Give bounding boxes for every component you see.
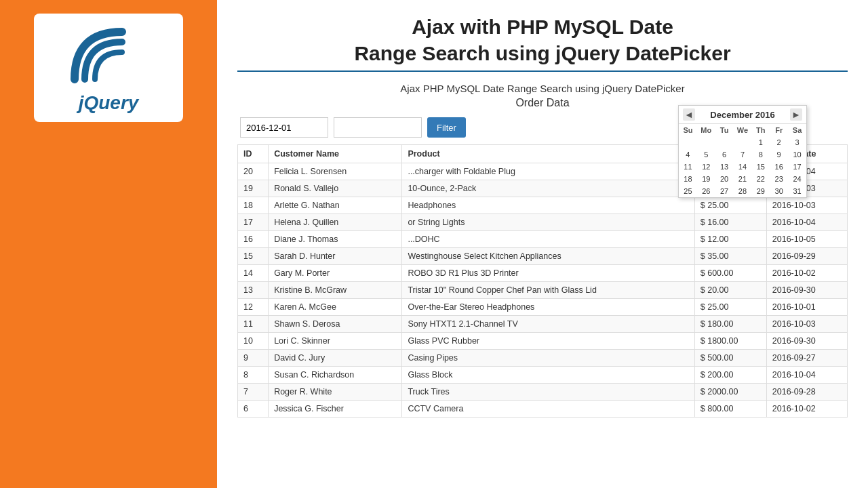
cell-value: $ 2000.00 xyxy=(694,384,766,401)
dp-day-cell[interactable]: 22 xyxy=(751,173,770,185)
cell-name: Sarah D. Hunter xyxy=(269,248,402,265)
dp-day-cell[interactable]: 23 xyxy=(770,173,788,185)
cell-product: Headphones xyxy=(402,197,694,214)
dp-day-cell[interactable]: 17 xyxy=(788,161,806,173)
dp-day-cell[interactable]: 11 xyxy=(679,161,697,173)
cell-date: 2016-10-03 xyxy=(766,197,847,214)
dp-day-cell[interactable]: 25 xyxy=(679,185,697,197)
dp-day-cell[interactable]: 9 xyxy=(770,148,788,161)
cell-name: Lori C. Skinner xyxy=(269,333,402,350)
cell-date: 2016-10-01 xyxy=(766,299,847,316)
cell-date: 2016-09-30 xyxy=(766,333,847,350)
dp-day-cell[interactable]: 26 xyxy=(697,185,715,197)
start-date-input[interactable] xyxy=(240,117,328,138)
cell-product: Tristar 10" Round Copper Chef Pan with G… xyxy=(402,282,694,299)
cell-name: Felicia L. Sorensen xyxy=(269,163,402,180)
dp-day-cell[interactable]: 5 xyxy=(697,148,715,161)
dp-day-cell[interactable]: 13 xyxy=(715,161,734,173)
dp-next-button[interactable]: ► xyxy=(790,108,802,121)
col-customer-name: Customer Name xyxy=(269,145,402,163)
dp-week-row: 123 xyxy=(679,136,806,148)
cell-name: Diane J. Thomas xyxy=(269,231,402,248)
cell-date: 2016-10-03 xyxy=(766,316,847,333)
table-row: 12Karen A. McGeeOver-the-Ear Stereo Head… xyxy=(238,299,848,316)
cell-date: 2016-09-27 xyxy=(766,350,847,367)
dp-day-su: Su xyxy=(679,124,697,136)
dp-day-cell[interactable]: 19 xyxy=(697,173,715,185)
dp-day-cell[interactable]: 30 xyxy=(770,185,788,197)
cell-id: 15 xyxy=(238,248,269,265)
dp-day-cell[interactable]: 21 xyxy=(734,173,752,185)
dp-day-cell[interactable]: 4 xyxy=(679,148,697,161)
filter-button[interactable]: Filter xyxy=(427,117,466,138)
dp-week-row: 25262728293031 xyxy=(679,185,806,197)
table-row: 11Shawn S. DerosaSony HTXT1 2.1-Channel … xyxy=(238,316,848,333)
cell-value: $ 800.00 xyxy=(694,401,766,418)
cell-name: Kristine B. McGraw xyxy=(269,282,402,299)
cell-name: Ronald S. Vallejo xyxy=(269,180,402,197)
cell-value: $ 35.00 xyxy=(694,248,766,265)
dp-day-cell[interactable]: 27 xyxy=(715,185,734,197)
cell-id: 6 xyxy=(238,401,269,418)
dp-day-cell[interactable]: 16 xyxy=(770,161,788,173)
dp-day-cell[interactable]: 14 xyxy=(734,161,752,173)
dp-week-row: 18192021222324 xyxy=(679,173,806,185)
cell-date: 2016-10-02 xyxy=(766,265,847,282)
sub-title: Ajax PHP MySQL Date Range Search using j… xyxy=(237,83,848,94)
dp-day-cell[interactable]: 20 xyxy=(715,173,734,185)
cell-value: $ 12.00 xyxy=(694,231,766,248)
table-row: 9David C. JuryCasing Pipes$ 500.002016-0… xyxy=(238,350,848,367)
cell-value: $ 600.00 xyxy=(694,265,766,282)
cell-product: CCTV Camera xyxy=(402,401,694,418)
cell-id: 19 xyxy=(238,180,269,197)
cell-id: 11 xyxy=(238,316,269,333)
dp-day-tu: Tu xyxy=(715,124,734,136)
cell-name: Gary M. Porter xyxy=(269,265,402,282)
dp-day-cell[interactable]: 18 xyxy=(679,173,697,185)
dp-day-cell[interactable]: 28 xyxy=(734,185,752,197)
dp-day-fr: Fr xyxy=(770,124,788,136)
dp-day-cell xyxy=(734,136,752,148)
cell-date: 2016-09-30 xyxy=(766,282,847,299)
dp-day-cell[interactable]: 10 xyxy=(788,148,806,161)
dp-day-cell[interactable]: 15 xyxy=(751,161,770,173)
end-date-input[interactable] xyxy=(334,117,422,138)
dp-day-cell[interactable]: 12 xyxy=(697,161,715,173)
dp-day-mo: Mo xyxy=(697,124,715,136)
dp-day-header-row: Su Mo Tu We Th Fr Sa xyxy=(679,124,806,136)
dp-day-cell[interactable]: 6 xyxy=(715,148,734,161)
jquery-logo-arcs xyxy=(68,22,149,89)
dp-day-cell[interactable]: 3 xyxy=(788,136,806,148)
cell-product: Sony HTXT1 2.1-Channel TV xyxy=(402,316,694,333)
cell-id: 20 xyxy=(238,163,269,180)
dp-day-cell[interactable]: 7 xyxy=(734,148,752,161)
dp-week-row: 11121314151617 xyxy=(679,161,806,173)
cell-id: 9 xyxy=(238,350,269,367)
cell-product: Glass PVC Rubber xyxy=(402,333,694,350)
cell-product: or String Lights xyxy=(402,214,694,231)
dp-week-row: 45678910 xyxy=(679,148,806,161)
dp-prev-button[interactable]: ◄ xyxy=(683,108,695,121)
cell-name: Arlette G. Nathan xyxy=(269,197,402,214)
cell-id: 7 xyxy=(238,384,269,401)
table-row: 7Roger R. WhiteTruck Tires$ 2000.002016-… xyxy=(238,384,848,401)
logo-box: jQuery xyxy=(34,14,183,122)
dp-day-cell[interactable]: 24 xyxy=(788,173,806,185)
cell-name: Jessica G. Fischer xyxy=(269,401,402,418)
dp-day-cell[interactable]: 8 xyxy=(751,148,770,161)
dp-day-we: We xyxy=(734,124,752,136)
cell-product: ROBO 3D R1 Plus 3D Printer xyxy=(402,265,694,282)
dp-day-cell[interactable]: 29 xyxy=(751,185,770,197)
col-id: ID xyxy=(238,145,269,163)
cell-id: 14 xyxy=(238,265,269,282)
cell-value: $ 500.00 xyxy=(694,350,766,367)
cell-product: Casing Pipes xyxy=(402,350,694,367)
dp-day-cell xyxy=(715,136,734,148)
cell-name: Karen A. McGee xyxy=(269,299,402,316)
dp-day-cell[interactable]: 1 xyxy=(751,136,770,148)
dp-day-cell[interactable]: 2 xyxy=(770,136,788,148)
dp-day-cell[interactable]: 31 xyxy=(788,185,806,197)
table-row: 10Lori C. SkinnerGlass PVC Rubber$ 1800.… xyxy=(238,333,848,350)
title-divider xyxy=(237,70,848,72)
cell-name: David C. Jury xyxy=(269,350,402,367)
